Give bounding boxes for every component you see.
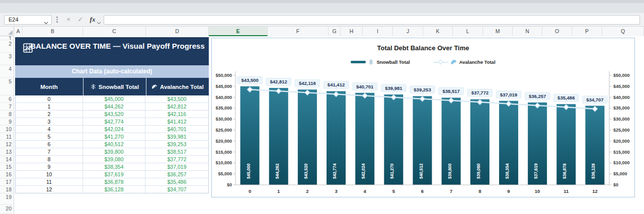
- row-header-5[interactable]: 5: [0, 78, 14, 95]
- table-cell-month[interactable]: 12: [16, 186, 83, 193]
- table-cell-month[interactable]: 4: [16, 126, 83, 133]
- column-header-K[interactable]: K: [423, 27, 453, 36]
- column-header-B[interactable]: B: [23, 27, 83, 36]
- chevron-down-icon[interactable]: [97, 18, 101, 27]
- table-cell-snowball[interactable]: $40,512: [83, 141, 145, 148]
- row-header-4[interactable]: 4: [0, 65, 14, 78]
- table-cell-avalanche[interactable]: $35,486: [145, 178, 208, 185]
- table-cell-snowball[interactable]: $42,774: [83, 118, 145, 125]
- table-cell-snowball[interactable]: $38,354: [83, 163, 145, 170]
- avalanche-value-label: $38,517: [442, 88, 459, 94]
- column-header-I[interactable]: I: [363, 27, 393, 36]
- table-subtitle-cell[interactable]: Chart Data (auto-calculated): [15, 65, 209, 78]
- chart-object[interactable]: Total Debt Balance Over Time Snowball To…: [211, 38, 635, 197]
- table-cell-snowball[interactable]: $36,128: [83, 186, 145, 193]
- table-cell-month[interactable]: 0: [16, 95, 83, 102]
- column-header-D[interactable]: D: [146, 27, 209, 36]
- bar-value-label: $44,262: [275, 163, 280, 179]
- column-header-avalanche[interactable]: Avalanche Total: [146, 78, 209, 95]
- name-box[interactable]: E24: [4, 15, 52, 25]
- select-all-corner[interactable]: [0, 27, 14, 36]
- column-header-C[interactable]: C: [83, 27, 146, 36]
- chevron-down-icon[interactable]: [44, 19, 48, 27]
- table-cell-month[interactable]: 8: [16, 156, 83, 163]
- column-header-M[interactable]: M: [483, 27, 513, 36]
- table-cell-avalanche[interactable]: $43,500: [145, 95, 208, 102]
- table-cell-month[interactable]: 10: [16, 171, 83, 178]
- column-header-O[interactable]: O: [542, 27, 572, 36]
- cancel-icon[interactable]: ×: [63, 15, 73, 25]
- table-cell-avalanche[interactable]: $37,019: [145, 163, 208, 170]
- label-pointer: [593, 103, 596, 105]
- row-header-12[interactable]: 12: [0, 141, 14, 148]
- table-cell-snowball[interactable]: $41,270: [83, 133, 145, 140]
- row-header-1[interactable]: 1: [0, 36, 14, 40]
- table-cell-snowball[interactable]: $42,024: [83, 126, 145, 133]
- table-cell-snowball[interactable]: $39,080: [83, 156, 145, 163]
- table-cell-avalanche[interactable]: $40,701: [145, 126, 208, 133]
- table-title-cell[interactable]: BALANCE OVER TIME — Visual Payoff Progre…: [15, 37, 209, 65]
- table-cell-month[interactable]: 3: [16, 118, 83, 125]
- column-header-H[interactable]: H: [341, 27, 363, 36]
- bar-value-label: $42,774: [332, 163, 337, 179]
- row-header-11[interactable]: 11: [0, 133, 14, 141]
- row-header-17[interactable]: 17: [0, 178, 14, 186]
- table-cell-month[interactable]: 2: [16, 111, 83, 118]
- column-header-P[interactable]: P: [572, 27, 602, 36]
- table-cell-snowball[interactable]: $36,878: [83, 178, 145, 185]
- table-cell-avalanche[interactable]: $39,253: [145, 141, 208, 148]
- column-header-snowball[interactable]: Snowball Total: [83, 78, 146, 95]
- table-cell-avalanche[interactable]: $42,116: [145, 111, 208, 118]
- table-cell-avalanche[interactable]: $36,257: [145, 171, 208, 178]
- table-cell-month[interactable]: 7: [16, 148, 83, 155]
- row-header-19[interactable]: 19: [0, 193, 14, 205]
- column-header-E[interactable]: E: [209, 27, 268, 36]
- x-axis-label: 7: [450, 188, 452, 194]
- row-header-7[interactable]: 7: [0, 103, 14, 111]
- column-header-A[interactable]: A: [14, 27, 23, 36]
- row-header-20[interactable]: 20: [0, 205, 14, 214]
- table-cell-avalanche[interactable]: $38,517: [145, 148, 208, 155]
- table-cell-month[interactable]: 11: [16, 178, 83, 185]
- table-cell-snowball[interactable]: $37,619: [83, 171, 145, 178]
- row-header-16[interactable]: 16: [0, 171, 14, 178]
- row-header-15[interactable]: 15: [0, 163, 14, 171]
- row-header-8[interactable]: 8: [0, 111, 14, 118]
- enter-check-icon[interactable]: ✓: [75, 15, 86, 25]
- y-axis-label-left: $10,000: [215, 160, 232, 165]
- column-header-L[interactable]: L: [453, 27, 483, 36]
- table-cell-snowball[interactable]: $43,520: [83, 111, 145, 118]
- y-axis-label-left: $45,000: [215, 84, 232, 89]
- column-header-month[interactable]: Month: [15, 78, 83, 95]
- table-cell-snowball[interactable]: $39,800: [83, 148, 145, 155]
- table-cell-avalanche[interactable]: $39,981: [145, 133, 208, 140]
- table-cell-avalanche[interactable]: $42,812: [145, 103, 208, 110]
- column-header-Q[interactable]: Q: [602, 27, 644, 36]
- x-axis-label: 10: [535, 188, 540, 194]
- table-cell-avalanche[interactable]: $34,707: [145, 186, 208, 193]
- row-header-14[interactable]: 14: [0, 156, 14, 163]
- table-cell-month[interactable]: 1: [16, 103, 83, 110]
- table-cell-month[interactable]: 6: [16, 141, 83, 148]
- row-header-3[interactable]: 3: [0, 53, 14, 65]
- table-cell-snowball[interactable]: $45,000: [83, 95, 145, 102]
- table-cell-month[interactable]: 9: [16, 163, 83, 170]
- formula-input[interactable]: [104, 15, 640, 25]
- table-cell-month[interactable]: 5: [16, 133, 83, 140]
- column-header-N[interactable]: N: [513, 27, 542, 36]
- column-header-J[interactable]: J: [393, 27, 423, 36]
- column-header-G[interactable]: G: [329, 27, 341, 36]
- row-header-10[interactable]: 10: [0, 126, 14, 133]
- table-cell-avalanche[interactable]: $41,412: [145, 118, 208, 125]
- row-header-2[interactable]: 2: [0, 40, 14, 53]
- row-header-9[interactable]: 9: [0, 118, 14, 126]
- drag-handle-dots-icon[interactable]: [56, 17, 58, 23]
- table-cell-snowball[interactable]: $44,262: [83, 103, 145, 110]
- row-header-13[interactable]: 13: [0, 148, 14, 156]
- table-cell-avalanche[interactable]: $37,772: [145, 156, 208, 163]
- row-header-6[interactable]: 6: [0, 95, 14, 103]
- insert-function-icon[interactable]: fx: [88, 15, 98, 25]
- column-header-F[interactable]: F: [268, 27, 329, 36]
- row-header-18[interactable]: 18: [0, 186, 14, 193]
- y-axis-label-left: $0: [227, 182, 232, 187]
